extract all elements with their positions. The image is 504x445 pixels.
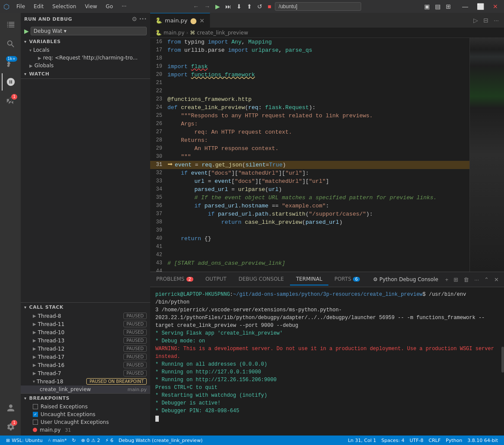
menu-go[interactable]: Go — [102, 3, 117, 10]
debug-step-into-btn[interactable]: ⬇ — [235, 2, 243, 11]
debug-continue-btn[interactable]: ▶ — [214, 2, 222, 11]
breadcrumb-func[interactable]: create_link_preview — [197, 30, 248, 36]
status-eol[interactable]: CRLF — [426, 436, 443, 445]
tab-problems[interactable]: PROBLEMS 2 — [150, 273, 199, 285]
activity-explorer[interactable] — [2, 16, 19, 34]
debug-config-selector[interactable]: Debug Wat ▾ — [31, 27, 147, 35]
status-encoding[interactable]: UTF-8 — [407, 436, 426, 445]
bp-dot-icon — [33, 428, 37, 432]
maximize-btn[interactable]: ⬜ — [474, 2, 487, 11]
code-line-20: 20 import functions_framework — [150, 71, 469, 79]
status-sync[interactable]: ↻ — [69, 436, 79, 445]
run-editor-btn[interactable]: ▷ — [472, 16, 480, 25]
tab-output[interactable]: OUTPUT — [199, 273, 233, 285]
breakpoint-item[interactable]: User Uncaught Exceptions — [21, 418, 150, 426]
menu-view[interactable]: View — [82, 3, 101, 10]
close-btn[interactable]: ✕ — [490, 2, 501, 11]
status-errors[interactable]: ⊗ 0 ⚠ 2 — [79, 436, 103, 445]
terminal-content[interactable]: pierrick@LAPTOP-HKU5PNNG:~/git/add-ons-s… — [150, 287, 504, 436]
watch-label: WATCH — [29, 71, 50, 77]
code-line-32: 32 if event["docs"]["matchedUrl"]["url"]… — [150, 169, 469, 177]
variables-section-header[interactable]: ▾ VARIABLES — [21, 37, 150, 46]
panel-scrollbar[interactable] — [501, 287, 504, 436]
locals-item[interactable]: ▾ Locals — [21, 46, 150, 54]
status-python-version[interactable]: 3.8.10 64-bit — [465, 436, 501, 445]
menu-more[interactable]: ··· — [118, 3, 130, 10]
variables-chevron: ▾ — [24, 39, 27, 44]
settings-badge: 1 — [11, 420, 17, 426]
debug-step-out-btn[interactable]: ⬆ — [245, 2, 254, 11]
call-stack-thread[interactable]: ▶Thread-16PAUSED — [21, 361, 150, 369]
layout-btn-2[interactable]: ▤ — [433, 2, 442, 11]
call-stack-func[interactable]: create_link_previewmain.py — [21, 385, 150, 393]
code-editor[interactable]: 16 from typing import Any, Mapping 17 fr… — [150, 38, 469, 272]
split-terminal-btn[interactable]: ⊞ — [452, 276, 460, 284]
status-debug-label[interactable]: Debug Watch (create_link_preview) — [116, 436, 205, 445]
gear-icon[interactable]: ⚙ — [132, 16, 137, 22]
menu-edit[interactable]: Edit — [30, 3, 47, 10]
split-editor-btn[interactable]: ⊟ — [482, 16, 490, 25]
activity-search[interactable] — [2, 35, 19, 53]
breakpoints-header[interactable]: ▾ BREAKPOINTS — [21, 394, 150, 403]
call-stack-thread[interactable]: ▾Thread-18PAUSED ON BREAKPOINT — [21, 377, 150, 385]
call-stack-thread[interactable]: ▶Thread-10PAUSED — [21, 328, 150, 336]
activity-settings[interactable]: 1 — [2, 418, 19, 436]
breakpoint-item[interactable]: Raised Exceptions — [21, 403, 150, 411]
close-panel-btn[interactable]: ✕ — [492, 276, 501, 284]
status-language[interactable]: Python — [443, 436, 465, 445]
search-input[interactable] — [275, 2, 361, 11]
nav-back-btn[interactable]: ← — [191, 2, 201, 11]
req-variable[interactable]: ▶ req: <Request 'http://charming-tro... — [21, 54, 150, 62]
activity-account[interactable] — [2, 399, 19, 417]
call-stack-thread[interactable]: ▶Thread-12PAUSED — [21, 345, 150, 353]
call-stack-thread[interactable]: ▶Thread-11PAUSED — [21, 320, 150, 328]
call-stack-thread[interactable]: ▶Thread-7PAUSED — [21, 369, 150, 377]
debug-stop-btn[interactable]: ■ — [266, 2, 273, 11]
more-editor-btn[interactable]: ··· — [492, 16, 501, 25]
activity-extensions[interactable]: 1 — [2, 92, 19, 110]
tab-close-btn[interactable]: ✕ — [199, 17, 205, 24]
call-stack-thread[interactable]: ▶Thread-17PAUSED — [21, 353, 150, 361]
status-debug-info[interactable]: ⚡ 6 — [103, 436, 116, 445]
remote-icon: ⊞ — [6, 438, 10, 443]
remote-label: WSL: Ubuntu — [12, 438, 42, 443]
more-terminal-btn[interactable]: ··· — [472, 276, 481, 284]
maximize-panel-btn[interactable]: ⌃ — [482, 276, 491, 284]
status-position[interactable]: Ln 31, Col 1 — [345, 436, 379, 445]
bp-checkbox[interactable] — [33, 404, 38, 409]
tab-debug-console[interactable]: DEBUG CONSOLE — [233, 273, 290, 285]
call-stack-header[interactable]: ▾ CALL STACK — [21, 303, 150, 312]
minimize-btn[interactable]: — — [460, 2, 471, 11]
status-remote[interactable]: ⊞ WSL: Ubuntu — [3, 436, 45, 445]
thread-chevron: ▶ — [33, 363, 36, 367]
status-git-branch[interactable]: ⑃ main* — [45, 436, 69, 445]
add-terminal-btn[interactable]: + — [444, 276, 450, 284]
bp-checkbox[interactable] — [33, 412, 38, 417]
menu-file[interactable]: File — [13, 3, 28, 10]
breakpoints-section: ▾ BREAKPOINTS Raised ExceptionsUncaught … — [21, 394, 150, 436]
debug-play-btn[interactable]: ▶ — [24, 28, 29, 34]
tab-ports[interactable]: PORTS 6 — [328, 273, 366, 285]
watch-header[interactable]: ▾ WATCH — [21, 69, 150, 78]
nav-forward-btn[interactable]: → — [202, 2, 212, 11]
tab-terminal[interactable]: TERMINAL — [290, 273, 328, 285]
activity-source-control[interactable]: 1k+ — [2, 54, 19, 72]
call-stack-thread[interactable]: ▶Thread-8PAUSED — [21, 312, 150, 320]
menu-selection[interactable]: Selection — [49, 3, 79, 10]
status-spaces[interactable]: Spaces: 4 — [379, 436, 407, 445]
breakpoint-item[interactable]: main.py31 — [21, 426, 150, 434]
globals-item[interactable]: ▶ Globals — [21, 62, 150, 69]
layout-btn-1[interactable]: ▣ — [422, 2, 432, 11]
trash-terminal-btn[interactable]: 🗑 — [462, 276, 471, 284]
layout-btn-3[interactable]: ⊞ — [444, 2, 453, 11]
debug-restart-btn[interactable]: ↺ — [255, 2, 264, 11]
breakpoint-item[interactable]: Uncaught Exceptions — [21, 411, 150, 418]
tab-main-py[interactable]: 🐍 main.py ● ✕ — [150, 13, 210, 28]
call-stack-thread[interactable]: ▶Thread-13PAUSED — [21, 336, 150, 345]
breadcrumb-file[interactable]: main.py — [164, 30, 185, 36]
bp-checkbox[interactable] — [33, 420, 38, 425]
debug-step-over-btn[interactable]: ⏭ — [224, 2, 233, 11]
problems-badge: 2 — [186, 277, 193, 282]
more-icon[interactable]: ··· — [139, 16, 147, 22]
activity-run-debug[interactable] — [2, 73, 19, 91]
